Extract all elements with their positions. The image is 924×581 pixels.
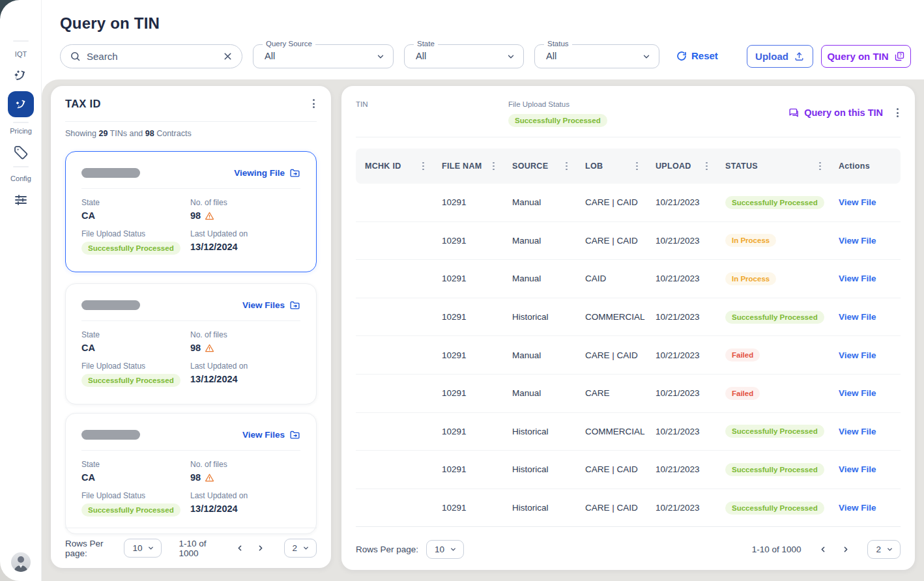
warning-icon <box>205 211 214 221</box>
state-value: All <box>416 51 426 61</box>
query-on-tin-button[interactable]: Query on TIN ? <box>821 45 911 68</box>
column-menu-icon[interactable] <box>704 160 710 173</box>
files-value: 98 <box>190 210 300 221</box>
upload-status-field-label: File Upload Status <box>508 100 607 108</box>
tin-card[interactable]: View Files State CA No. of files 98 File… <box>65 283 317 404</box>
files-field-label: No. of files <box>190 198 300 207</box>
view-file-link[interactable]: View File <box>839 274 876 283</box>
state-field-label: State <box>81 198 190 207</box>
column-menu-icon[interactable] <box>420 160 426 173</box>
prev-page-icon[interactable] <box>815 541 831 557</box>
view-files-link[interactable]: View Files <box>242 429 300 440</box>
table-row: 10291 Manual CARE | CAID 10/21/2023 Fail… <box>356 336 901 375</box>
tax-panel-summary: Showing 29 TINs and 98 Contracts <box>65 129 192 138</box>
sidebar-group-config: Config <box>0 175 42 182</box>
col-upload: UPLOAD <box>656 162 691 171</box>
col-actions: Actions <box>839 162 870 171</box>
view-files-link[interactable]: View Files <box>242 300 300 311</box>
sidebar-divider <box>13 122 29 123</box>
tin-detail-panel: TIN File Upload Status Successfully Proc… <box>341 86 915 570</box>
settings-sliders-icon[interactable] <box>13 192 29 208</box>
rows-per-page-label: Rows Per page: <box>65 539 116 558</box>
warning-icon <box>205 473 214 483</box>
detail-panel-menu-icon[interactable] <box>895 106 901 119</box>
refresh-icon <box>676 51 687 61</box>
column-menu-icon[interactable] <box>634 160 640 173</box>
search-icon <box>70 51 81 62</box>
search-box[interactable] <box>60 44 242 68</box>
rows-per-page-select[interactable]: 10 <box>426 540 464 559</box>
view-file-link[interactable]: View File <box>839 312 876 322</box>
viewing-file-link[interactable]: Viewing File <box>234 167 300 178</box>
rows-per-page-select[interactable]: 10 <box>124 539 162 558</box>
column-menu-icon[interactable] <box>491 160 497 173</box>
status-badge: Successfully Processed <box>725 425 824 438</box>
sidebar-item-query-tin-selected[interactable] <box>8 91 34 117</box>
sidebar-group-pricing: Pricing <box>0 127 42 135</box>
chevron-down-icon <box>886 546 893 553</box>
tin-field-label: TIN <box>356 100 368 108</box>
upload-button[interactable]: Upload <box>747 45 813 68</box>
sidebar-group-iqt: IQT <box>0 50 42 58</box>
tax-id-panel: TAX ID Showing 29 TINs and 98 Contracts … <box>51 86 331 568</box>
chevron-down-icon <box>376 52 385 61</box>
page-number-select[interactable]: 2 <box>867 540 901 559</box>
column-menu-icon[interactable] <box>564 160 570 173</box>
status-label: Status <box>544 40 572 48</box>
status-badge: Successfully Processed <box>508 114 607 127</box>
table-row: 10291 Manual CARE 10/21/2023 Failed View… <box>356 375 901 413</box>
table-row: 10291 Historical COMMERCIAL 10/21/2023 S… <box>356 298 901 337</box>
status-badge: In Process <box>725 234 776 247</box>
ai-sparkle-plus-icon[interactable] <box>13 68 29 83</box>
search-input[interactable] <box>87 51 216 62</box>
prev-page-icon[interactable] <box>233 541 246 556</box>
tin-field: TIN <box>356 100 368 114</box>
updated-value: 13/12/2024 <box>190 242 300 252</box>
page-number-select[interactable]: 2 <box>284 539 317 558</box>
clear-search-icon[interactable] <box>222 51 233 62</box>
query-on-tin-label: Query on TIN <box>827 51 888 62</box>
price-tag-icon[interactable] <box>13 145 29 160</box>
query-on-this-tin-link[interactable]: Query on this TIN <box>787 107 883 119</box>
folder-open-icon <box>289 167 300 178</box>
query-source-value: All <box>265 51 275 61</box>
state-label: State <box>414 40 438 48</box>
user-avatar[interactable] <box>11 552 31 572</box>
tax-panel-menu-icon[interactable] <box>311 97 317 110</box>
view-file-link[interactable]: View File <box>839 427 876 436</box>
tin-card[interactable]: View Files State CA No. of files 98 File… <box>65 413 317 534</box>
status-select[interactable]: Status All <box>534 44 659 68</box>
tin-count: 29 <box>98 129 108 138</box>
warning-icon <box>205 343 214 353</box>
page-title: Query on TIN <box>60 14 160 33</box>
chevron-down-icon <box>642 52 651 61</box>
status-badge: Successfully Processed <box>725 502 824 515</box>
query-source-select[interactable]: Query Source All <box>253 44 394 68</box>
reset-button[interactable]: Reset <box>676 50 718 61</box>
column-menu-icon[interactable] <box>817 160 823 173</box>
status-badge: Failed <box>725 348 760 361</box>
app-window: IQT Pricing Config <box>0 0 924 581</box>
chat-icon <box>787 107 799 119</box>
pagination-range: 1-10 of 1000 <box>752 545 801 554</box>
view-file-link[interactable]: View File <box>839 388 876 398</box>
state-select[interactable]: State All <box>404 44 524 68</box>
sidebar-divider <box>13 166 29 167</box>
view-file-link[interactable]: View File <box>839 236 876 246</box>
next-page-icon[interactable] <box>837 541 853 557</box>
query-help-copy-icon: ? <box>894 51 905 62</box>
view-file-link[interactable]: View File <box>839 197 876 207</box>
tin-number-placeholder <box>81 430 140 440</box>
next-page-icon[interactable] <box>254 541 267 556</box>
tin-card[interactable]: Viewing File State CA No. of files 98 Fi… <box>65 151 317 272</box>
table-row: 10291 Manual CARE | CAID 10/21/2023 In P… <box>356 222 901 261</box>
reset-label: Reset <box>691 50 718 61</box>
status-badge: Failed <box>725 387 760 400</box>
view-file-link[interactable]: View File <box>839 503 876 513</box>
rows-per-page-label: Rows Per page: <box>356 545 418 554</box>
view-file-link[interactable]: View File <box>839 464 876 474</box>
col-status: STATUS <box>725 162 758 171</box>
view-file-link[interactable]: View File <box>839 350 876 360</box>
sidebar-divider <box>13 40 29 42</box>
query-source-label: Query Source <box>263 40 315 48</box>
